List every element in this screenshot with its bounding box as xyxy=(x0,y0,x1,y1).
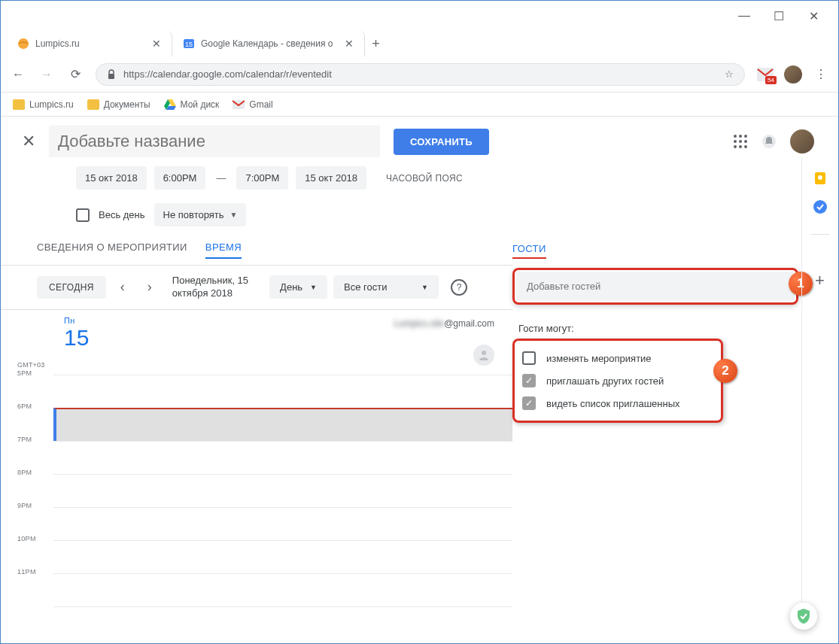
start-time-field[interactable]: 6:00PM xyxy=(154,166,206,190)
shield-extension-icon[interactable] xyxy=(790,603,817,630)
svg-point-16 xyxy=(482,351,486,355)
time-dash: — xyxy=(213,172,229,184)
svg-rect-3 xyxy=(108,74,114,79)
organizer-email: Lumpics.site@gmail.com xyxy=(394,318,494,329)
perm-invite-others[interactable]: ✓ приглашать других гостей xyxy=(522,369,713,392)
svg-point-9 xyxy=(734,140,737,143)
add-addon-button[interactable]: + xyxy=(815,271,825,290)
guests-heading: ГОСТИ xyxy=(512,243,546,259)
checkbox-checked[interactable]: ✓ xyxy=(522,396,536,410)
new-tab-button[interactable]: + xyxy=(365,36,386,52)
lock-icon xyxy=(107,69,116,80)
notifications-icon[interactable] xyxy=(761,134,777,149)
svg-point-10 xyxy=(739,140,742,143)
prev-button[interactable]: ‹ xyxy=(112,279,133,295)
browser-menu-button[interactable]: ⋮ xyxy=(813,66,829,83)
help-icon[interactable]: ? xyxy=(451,279,467,296)
url-text: https://calendar.google.com/calendar/r/e… xyxy=(123,68,332,80)
repeat-dropdown[interactable]: Не повторять ▼ xyxy=(154,203,247,226)
window-close-button[interactable]: ✕ xyxy=(807,9,820,23)
tab-details[interactable]: СВЕДЕНИЯ О МЕРОПРИЯТИИ xyxy=(37,242,187,259)
gmail-badge: 54 xyxy=(765,76,777,84)
bookmark-drive[interactable]: Мой диск xyxy=(164,99,220,110)
date-display: Понедельник, 15 октября 2018 xyxy=(166,275,248,300)
timezone-link[interactable]: ЧАСОВОЙ ПОЯС xyxy=(386,173,463,184)
end-date-field[interactable]: 15 окт 2018 xyxy=(296,166,366,190)
window-minimize-button[interactable]: — xyxy=(737,9,751,23)
side-panel: + xyxy=(801,157,837,609)
checkbox-checked[interactable]: ✓ xyxy=(522,374,536,387)
hour-label: 9PM xyxy=(17,502,32,509)
event-block[interactable] xyxy=(53,408,512,441)
forward-button[interactable]: → xyxy=(38,66,55,83)
svg-point-7 xyxy=(739,135,742,138)
all-day-label: Весь день xyxy=(99,209,145,220)
perm-modify-event[interactable]: изменять мероприятие xyxy=(522,347,713,369)
svg-point-13 xyxy=(739,145,742,148)
browser-tab-calendar[interactable]: 15 Google Календарь - сведения о ✕ xyxy=(172,31,365,56)
tab-time[interactable]: ВРЕМЯ xyxy=(205,242,242,259)
save-button[interactable]: СОХРАНИТЬ xyxy=(394,129,489,155)
bookmark-gmail[interactable]: Gmail xyxy=(233,99,272,110)
day-header: Пн 15 Lumpics.site@gmail.com xyxy=(1,309,512,366)
tasks-icon[interactable] xyxy=(813,199,828,214)
end-time-field[interactable]: 7:00PM xyxy=(236,166,288,190)
tab-close-icon[interactable]: ✕ xyxy=(152,38,161,50)
back-button[interactable]: ← xyxy=(10,66,26,83)
folder-icon xyxy=(87,99,99,110)
star-icon[interactable]: ☆ xyxy=(725,68,734,80)
day-number: 15 xyxy=(64,325,89,351)
reload-button[interactable]: ⟳ xyxy=(67,66,84,83)
next-button[interactable]: › xyxy=(139,279,160,295)
svg-point-11 xyxy=(744,140,747,143)
browser-tab-lumpics[interactable]: Lumpics.ru ✕ xyxy=(7,31,172,56)
tab-title: Google Календарь - сведения о xyxy=(201,38,333,49)
hour-label: 5PM xyxy=(17,369,32,377)
browser-tabs: Lumpics.ru ✕ 15 Google Календарь - сведе… xyxy=(1,31,838,56)
window-titlebar: — ☐ ✕ xyxy=(1,1,838,31)
svg-point-8 xyxy=(744,135,747,138)
person-icon xyxy=(473,345,494,366)
chevron-down-icon: ▼ xyxy=(310,284,317,291)
apps-grid-icon[interactable] xyxy=(733,134,748,149)
timeline[interactable]: 5PM 6PM 7PM 8PM 9PM 10PM 11PM xyxy=(1,375,512,639)
add-guests-input[interactable] xyxy=(516,272,795,301)
datetime-row: 15 окт 2018 6:00PM — 7:00PM 15 окт 2018 … xyxy=(1,163,838,193)
tab-close-icon[interactable]: ✕ xyxy=(345,38,354,50)
profile-avatar[interactable] xyxy=(784,65,802,84)
today-button[interactable]: СЕГОДНЯ xyxy=(37,276,106,299)
annotation-badge-2: 2 xyxy=(713,359,737,383)
guests-filter-dropdown[interactable]: Все гости ▼ xyxy=(333,275,439,299)
folder-icon xyxy=(13,99,25,110)
tab-title: Lumpics.ru xyxy=(35,38,80,49)
event-header: ✕ СОХРАНИТЬ xyxy=(1,117,838,163)
close-event-button[interactable]: ✕ xyxy=(22,132,35,151)
view-dropdown[interactable]: День ▼ xyxy=(269,275,327,299)
address-bar[interactable]: https://calendar.google.com/calendar/r/e… xyxy=(96,63,745,86)
bookmarks-bar: Lumpics.ru Документы Мой диск Gmail xyxy=(1,93,838,117)
bookmark-documents[interactable]: Документы xyxy=(87,99,150,110)
chevron-down-icon: ▼ xyxy=(421,284,428,291)
bookmark-lumpics[interactable]: Lumpics.ru xyxy=(13,99,74,110)
user-avatar[interactable] xyxy=(790,129,814,153)
perm-see-guest-list[interactable]: ✓ видеть список приглашенных xyxy=(522,392,713,415)
svg-point-6 xyxy=(734,135,737,138)
gmail-icon xyxy=(233,100,245,109)
event-title-input[interactable] xyxy=(49,126,380,157)
all-day-checkbox[interactable] xyxy=(76,208,90,222)
keep-icon[interactable] xyxy=(813,171,828,186)
svg-text:15: 15 xyxy=(185,41,193,48)
weekday-label: Пн xyxy=(64,316,89,325)
svg-point-12 xyxy=(734,145,737,148)
calendar-toolbar: СЕГОДНЯ ‹ › Понедельник, 15 октября 2018… xyxy=(1,266,512,309)
gmail-extension-icon[interactable]: 54 xyxy=(757,68,774,81)
svg-point-0 xyxy=(18,38,29,49)
checkbox-unchecked[interactable] xyxy=(522,351,536,365)
event-tabs: СВЕДЕНИЯ О МЕРОПРИЯТИИ ВРЕМЯ xyxy=(1,242,512,265)
hour-label: 11PM xyxy=(17,568,36,576)
favicon-lumpics xyxy=(17,38,29,50)
repeat-row: Весь день Не повторять ▼ xyxy=(1,193,838,242)
start-date-field[interactable]: 15 окт 2018 xyxy=(76,166,147,190)
window-maximize-button[interactable]: ☐ xyxy=(772,9,786,23)
drive-icon xyxy=(164,99,176,110)
